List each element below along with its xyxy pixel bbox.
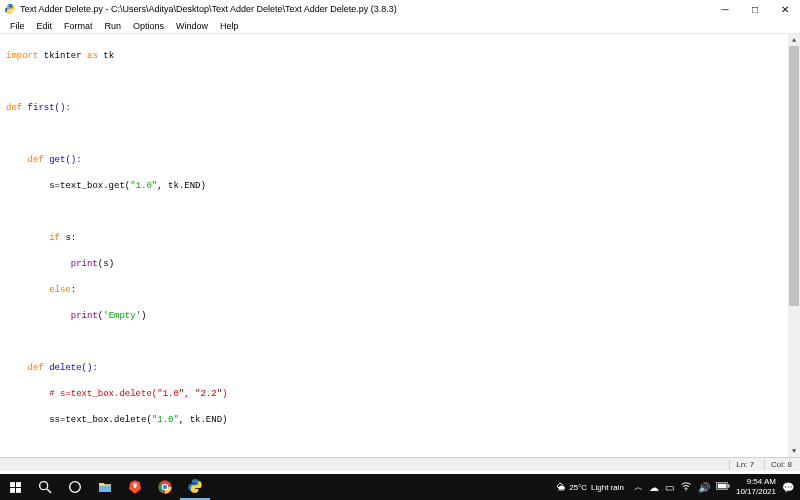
menu-edit[interactable]: Edit [31,21,59,31]
start-button[interactable] [0,474,30,500]
minimize-button[interactable]: ─ [710,0,740,18]
taskbar-weather[interactable]: 🌦 25°C Light rain [557,483,624,492]
menu-help[interactable]: Help [214,21,245,31]
taskbar-explorer[interactable] [90,474,120,500]
taskbar-chrome[interactable] [150,474,180,500]
tray-overflow-icon[interactable]: ︿ [634,481,643,494]
battery-icon[interactable] [716,481,730,493]
taskbar-brave[interactable] [120,474,150,500]
menu-format[interactable]: Format [58,21,99,31]
menu-run[interactable]: Run [99,21,128,31]
svg-rect-5 [16,488,21,493]
menu-file[interactable]: File [4,21,31,31]
svg-rect-3 [16,482,21,487]
meet-now-icon[interactable]: ▭ [665,482,674,493]
clock-date: 10/17/2021 [736,487,776,497]
svg-rect-14 [728,484,729,488]
svg-point-12 [685,489,687,491]
svg-line-7 [47,489,51,493]
vertical-scrollbar[interactable]: ▲ ▼ [788,34,800,457]
window-title: Text Adder Delete.py - C:\Users\Aditya\D… [20,4,710,14]
svg-point-11 [163,485,168,490]
weather-desc: Light rain [591,483,624,492]
menu-window[interactable]: Window [170,21,214,31]
app-icon [4,3,16,15]
weather-icon: 🌦 [557,483,565,492]
scroll-up-icon[interactable]: ▲ [788,34,800,46]
menu-bar: File Edit Format Run Options Window Help [0,18,800,34]
system-tray: ︿ ☁ ▭ 🔊 9:54 AM 10/17/2021 💬 [634,477,800,497]
taskbar-search[interactable] [30,474,60,500]
volume-icon[interactable]: 🔊 [698,482,710,493]
scrollbar-thumb[interactable] [789,46,799,306]
taskbar-idle[interactable] [180,474,210,500]
scroll-down-icon[interactable]: ▼ [788,445,800,457]
svg-rect-4 [10,488,15,493]
weather-temp: 25°C [569,483,587,492]
clock-time: 9:54 AM [736,477,776,487]
svg-point-0 [8,5,9,6]
taskbar-cortana[interactable] [60,474,90,500]
onedrive-icon[interactable]: ☁ [649,482,659,493]
svg-rect-15 [718,484,727,489]
svg-point-6 [40,482,48,490]
svg-rect-2 [10,482,15,487]
status-line: Ln: 7 [729,460,754,469]
close-button[interactable]: ✕ [770,0,800,18]
taskbar: 🌦 25°C Light rain ︿ ☁ ▭ 🔊 9:54 AM 10/17/… [0,474,800,500]
svg-point-8 [70,482,81,493]
taskbar-clock[interactable]: 9:54 AM 10/17/2021 [736,477,776,497]
status-col: Col: 8 [764,460,792,469]
wifi-icon[interactable] [680,480,692,494]
code-editor[interactable]: import tkinter as tk def first(): def ge… [0,34,800,457]
status-bar: Ln: 7 Col: 8 [0,457,800,471]
menu-options[interactable]: Options [127,21,170,31]
maximize-button[interactable]: □ [740,0,770,18]
svg-point-1 [11,12,12,13]
title-bar: Text Adder Delete.py - C:\Users\Aditya\D… [0,0,800,18]
notifications-icon[interactable]: 💬 [782,482,794,493]
